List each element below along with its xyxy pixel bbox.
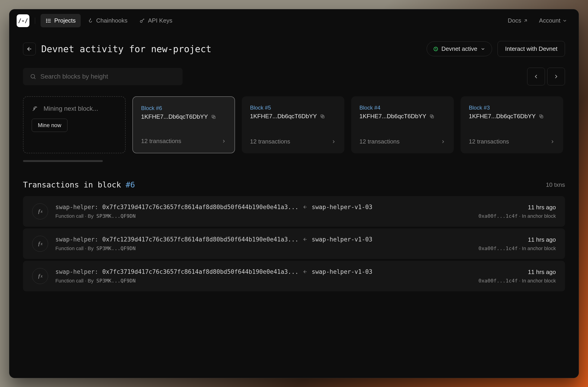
nav-label: Chainhooks (96, 17, 127, 24)
svg-line-7 (142, 19, 144, 21)
txn-row[interactable]: ƒx swap-helper: 0x7fc1239d417c76c3657fc8… (23, 228, 565, 259)
copy-icon[interactable] (539, 114, 544, 119)
logo[interactable]: /-/ (17, 14, 29, 27)
txn-row[interactable]: ƒx swap-helper: 0x7fc3719d417c76c3657fc8… (23, 196, 565, 227)
block-footer: 12 transactions (469, 138, 555, 145)
hook-icon (87, 18, 93, 24)
txn-by-address: SP3MK...QF9DN (96, 213, 136, 219)
txn-anchor-meta: 0xa00f...1c4f · In anchor block (478, 213, 556, 219)
arrow-left-icon (303, 237, 308, 242)
txn-anchor: In anchor block (522, 213, 556, 219)
txn-row[interactable]: ƒx swap-helper: 0x7fc3719d417c76c3657fc8… (23, 261, 565, 291)
block-txn-count: 12 transactions (359, 138, 399, 145)
topbar: /-/ Projects Chainhooks API Keys Docs Ac… (9, 9, 579, 32)
back-button[interactable] (23, 42, 36, 55)
interact-button[interactable]: Interact with Devnet (498, 41, 565, 57)
copy-icon[interactable] (429, 114, 434, 119)
mining-status: Mining next block... (32, 105, 117, 112)
pager-next[interactable] (547, 68, 565, 85)
mining-label: Mining next block... (43, 105, 98, 112)
block-card[interactable]: Block #4 1KFHE7...Db6qcT6DbYY 12 transac… (351, 96, 454, 153)
block-address: 1KFHE7...Db6qcT6DbYY (141, 113, 226, 120)
docs-label: Docs (508, 17, 521, 24)
txns-count: 10 txns (546, 181, 565, 188)
txn-by-address: SP3MK...QF9DN (96, 278, 136, 284)
nav-apikeys[interactable]: API Keys (134, 14, 177, 27)
block-card[interactable]: Block #5 1KFHE7...Db6qcT6DbYY 12 transac… (242, 96, 344, 153)
block-label: Block #3 (469, 104, 555, 111)
status-label: Devnet active (441, 45, 478, 52)
txn-time: 11 hrs ago (478, 204, 556, 211)
txn-name: swap-helper: (55, 268, 98, 275)
txn-meta-line: Function call · By SP3MK...QF9DN (55, 278, 471, 284)
search-input[interactable] (40, 73, 176, 80)
txn-by-label: By (88, 213, 94, 219)
block-label: Block #5 (250, 104, 336, 111)
function-call-icon: ƒx (32, 268, 48, 284)
arrow-left-icon (303, 204, 308, 210)
txn-meta-line: Function call · By SP3MK...QF9DN (55, 245, 471, 251)
pager-prev[interactable] (527, 68, 545, 85)
page-header: Devnet activity for new-project Devnet a… (23, 41, 565, 57)
blocks-scrollbar[interactable] (23, 160, 103, 162)
txn-id: 0xa00f...1c4f (478, 213, 518, 219)
devnet-status-menu[interactable]: Devnet active (427, 41, 492, 56)
nav-chainhooks[interactable]: Chainhooks (83, 14, 132, 27)
txn-by-label: By (88, 278, 94, 284)
txn-id: 0xa00f...1c4f (478, 278, 518, 284)
page-content: Devnet activity for new-project Devnet a… (9, 32, 579, 301)
txn-hash: 0x7fc3719d417c76c3657fc8614af8d80bd50f64… (102, 268, 298, 275)
block-footer: 12 transactions (250, 138, 336, 145)
list-icon (45, 18, 51, 24)
txn-time: 11 hrs ago (478, 236, 556, 243)
chevron-down-icon (481, 46, 485, 51)
block-card[interactable]: Block #6 1KFHE7...Db6qcT6DbYY 12 transac… (132, 96, 235, 153)
svg-line-8 (144, 19, 144, 19)
txn-meta-line: Function call · By SP3MK...QF9DN (55, 213, 471, 219)
txn-right: 11 hrs ago 0xa00f...1c4f · In anchor blo… (478, 236, 556, 251)
txn-main: swap-helper: 0x7fc3719d417c76c3657fc8614… (55, 204, 471, 219)
txn-type: Function call (55, 278, 84, 284)
account-menu[interactable]: Account (535, 15, 571, 26)
main-nav: Projects Chainhooks API Keys (41, 14, 177, 27)
divider (35, 18, 35, 24)
txn-id: 0xa00f...1c4f (478, 245, 518, 251)
txn-anchor: In anchor block (522, 278, 556, 284)
mine-now-button[interactable]: Mine now (32, 119, 67, 132)
pickaxe-icon (32, 105, 38, 112)
block-footer: 12 transactions (141, 138, 226, 145)
copy-icon[interactable] (320, 114, 325, 119)
txn-by-label: By (88, 245, 94, 251)
txn-type: Function call (55, 245, 84, 251)
block-address: 1KFHE7...Db6qcT6DbYY (469, 113, 555, 120)
txns-title: Transactions in block #6 (23, 180, 135, 189)
block-card[interactable]: Block #3 1KFHE7...Db6qcT6DbYY 12 transac… (461, 96, 563, 153)
copy-icon[interactable] (211, 114, 216, 119)
chevron-left-icon (533, 73, 539, 80)
txn-time: 11 hrs ago (478, 268, 556, 276)
svg-point-3 (46, 19, 47, 19)
txn-anchor: In anchor block (522, 245, 556, 251)
chevron-right-icon (441, 139, 445, 144)
nav-projects[interactable]: Projects (41, 14, 81, 27)
txn-source: swap-helper-v1-03 (312, 236, 372, 243)
block-address: 1KFHE7...Db6qcT6DbYY (359, 113, 445, 120)
chevron-right-icon (550, 139, 555, 144)
svg-line-13 (34, 78, 35, 79)
arrow-left-icon (303, 269, 308, 274)
txn-hash: 0x7fc1239d417c76c3657fc8614af8d80bd50f64… (102, 236, 298, 243)
txn-name: swap-helper: (55, 236, 98, 243)
block-label: Block #4 (359, 104, 445, 111)
external-link-icon (523, 18, 528, 23)
txn-anchor-meta: 0xa00f...1c4f · In anchor block (478, 245, 556, 251)
docs-link[interactable]: Docs (504, 15, 532, 26)
txn-right: 11 hrs ago 0xa00f...1c4f · In anchor blo… (478, 204, 556, 219)
svg-point-6 (140, 20, 143, 22)
search-box[interactable] (23, 68, 183, 85)
txns-title-prefix: Transactions in block (23, 180, 126, 189)
mining-card: Mining next block... Mine now (23, 96, 126, 153)
function-call-icon: ƒx (32, 204, 48, 219)
txns-title-block: #6 (126, 180, 135, 189)
chevron-right-icon (553, 73, 559, 80)
txn-right: 11 hrs ago 0xa00f...1c4f · In anchor blo… (478, 268, 556, 284)
